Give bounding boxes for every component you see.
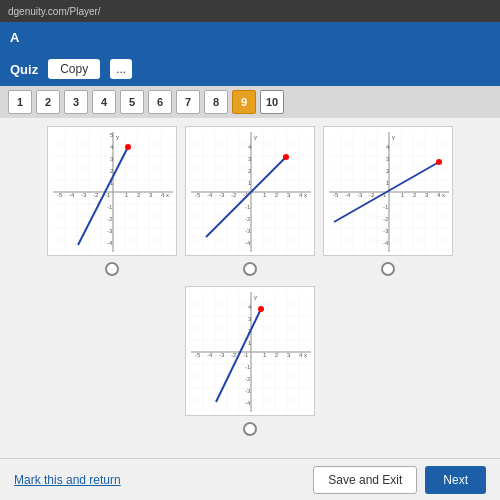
question-number-2[interactable]: 2: [36, 90, 60, 114]
svg-text:-3: -3: [383, 228, 389, 234]
graphs-top-row: x y -1 -2 -3 -4 -5 1 2 3 4 1 2 3 4 5 -1 …: [8, 126, 492, 256]
svg-text:x: x: [304, 352, 307, 358]
svg-text:1: 1: [263, 192, 267, 198]
question-number-7[interactable]: 7: [176, 90, 200, 114]
svg-text:-2: -2: [245, 376, 251, 382]
svg-text:-5: -5: [333, 192, 339, 198]
browser-url: dgenuity.com/Player/: [8, 6, 101, 17]
radio-row-top: [8, 262, 492, 276]
svg-text:-1: -1: [107, 204, 113, 210]
svg-text:-4: -4: [207, 192, 213, 198]
radio-option-3: [323, 262, 453, 276]
radio-2[interactable]: [243, 262, 257, 276]
radio-option-4: [185, 422, 315, 436]
radio-row-bottom: [8, 422, 492, 436]
svg-text:y: y: [254, 134, 257, 140]
svg-text:-4: -4: [245, 400, 251, 406]
svg-text:1: 1: [401, 192, 405, 198]
svg-text:x: x: [304, 192, 307, 198]
svg-text:2: 2: [275, 352, 279, 358]
bottom-graph-row: x y -1 -2 -3 -4 -5 1 2 3 4 1 2 3 4 -1 -2…: [8, 286, 492, 416]
svg-text:-3: -3: [245, 228, 251, 234]
svg-line-81: [206, 157, 286, 237]
svg-text:3: 3: [149, 192, 153, 198]
footer: Mark this and return Save and Exit Next: [0, 458, 500, 500]
svg-text:-2: -2: [93, 192, 99, 198]
graph-4[interactable]: x y -1 -2 -3 -4 -5 1 2 3 4 1 2 3 4 -1 -2…: [185, 286, 315, 416]
svg-text:4: 4: [161, 192, 165, 198]
svg-text:2: 2: [137, 192, 141, 198]
svg-text:3: 3: [287, 352, 291, 358]
question-number-4[interactable]: 4: [92, 90, 116, 114]
radio-3[interactable]: [381, 262, 395, 276]
question-number-10[interactable]: 10: [260, 90, 284, 114]
svg-text:-3: -3: [107, 228, 113, 234]
svg-text:-4: -4: [69, 192, 75, 198]
svg-text:-4: -4: [383, 240, 389, 246]
quiz-label: Quiz: [10, 62, 38, 77]
main-content: x y -1 -2 -3 -4 -5 1 2 3 4 1 2 3 4 5 -1 …: [0, 118, 500, 458]
svg-point-123: [436, 159, 442, 165]
app-header: A: [0, 22, 500, 52]
svg-text:-1: -1: [245, 364, 251, 370]
svg-text:-3: -3: [357, 192, 363, 198]
footer-buttons: Save and Exit Next: [313, 466, 486, 494]
radio-option-2: [185, 262, 315, 276]
svg-text:-2: -2: [107, 216, 113, 222]
graph-2-svg: x y -1 -2 -3 -4 -5 1 2 3 4 1 2 3 4 -1 -2…: [186, 127, 316, 257]
copy-button[interactable]: Copy: [48, 59, 100, 79]
graph-1-svg: x y -1 -2 -3 -4 -5 1 2 3 4 1 2 3 4 5 -1 …: [48, 127, 178, 257]
radio-option-1: [47, 262, 177, 276]
svg-text:-2: -2: [369, 192, 375, 198]
svg-text:-4: -4: [245, 240, 251, 246]
svg-text:3: 3: [425, 192, 429, 198]
svg-text:-2: -2: [231, 352, 237, 358]
question-number-3[interactable]: 3: [64, 90, 88, 114]
svg-text:-2: -2: [383, 216, 389, 222]
svg-text:-1: -1: [383, 204, 389, 210]
svg-text:x: x: [166, 192, 169, 198]
svg-point-164: [258, 306, 264, 312]
mark-return-link[interactable]: Mark this and return: [14, 473, 121, 487]
svg-text:1: 1: [263, 352, 267, 358]
quiz-bar: Quiz Copy ...: [0, 52, 500, 86]
svg-text:-5: -5: [195, 192, 201, 198]
question-number-6[interactable]: 6: [148, 90, 172, 114]
question-number-9[interactable]: 9: [232, 90, 256, 114]
svg-point-41: [125, 144, 131, 150]
svg-text:y: y: [116, 134, 119, 140]
graph-3[interactable]: x y -1 -2 -3 -4 -5 1 2 3 4 1 2 3 4 -1 -2…: [323, 126, 453, 256]
svg-text:-1: -1: [105, 192, 111, 198]
svg-text:-5: -5: [195, 352, 201, 358]
save-exit-button[interactable]: Save and Exit: [313, 466, 417, 494]
graph-3-svg: x y -1 -2 -3 -4 -5 1 2 3 4 1 2 3 4 -1 -2…: [324, 127, 454, 257]
question-number-8[interactable]: 8: [204, 90, 228, 114]
graph-1[interactable]: x y -1 -2 -3 -4 -5 1 2 3 4 1 2 3 4 5 -1 …: [47, 126, 177, 256]
svg-text:y: y: [392, 134, 395, 140]
question-number-1[interactable]: 1: [8, 90, 32, 114]
svg-text:-4: -4: [207, 352, 213, 358]
svg-text:-4: -4: [107, 240, 113, 246]
graph-4-svg: x y -1 -2 -3 -4 -5 1 2 3 4 1 2 3 4 -1 -2…: [186, 287, 316, 417]
svg-text:-3: -3: [219, 352, 225, 358]
radio-1[interactable]: [105, 262, 119, 276]
svg-text:-1: -1: [243, 352, 249, 358]
ellipsis-button[interactable]: ...: [110, 59, 132, 79]
svg-text:-1: -1: [245, 204, 251, 210]
browser-bar: dgenuity.com/Player/: [0, 0, 500, 22]
svg-text:4: 4: [299, 192, 303, 198]
svg-text:4: 4: [299, 352, 303, 358]
svg-text:-5: -5: [57, 192, 63, 198]
question-number-5[interactable]: 5: [120, 90, 144, 114]
svg-text:x: x: [442, 192, 445, 198]
question-numbers-bar: 1 2 3 4 5 6 7 8 9 10: [0, 86, 500, 118]
graph-2[interactable]: x y -1 -2 -3 -4 -5 1 2 3 4 1 2 3 4 -1 -2…: [185, 126, 315, 256]
svg-text:4: 4: [437, 192, 441, 198]
svg-text:-3: -3: [245, 388, 251, 394]
radio-4[interactable]: [243, 422, 257, 436]
svg-text:-2: -2: [231, 192, 237, 198]
svg-text:-2: -2: [245, 216, 251, 222]
svg-text:-3: -3: [81, 192, 87, 198]
svg-text:-3: -3: [219, 192, 225, 198]
next-button[interactable]: Next: [425, 466, 486, 494]
